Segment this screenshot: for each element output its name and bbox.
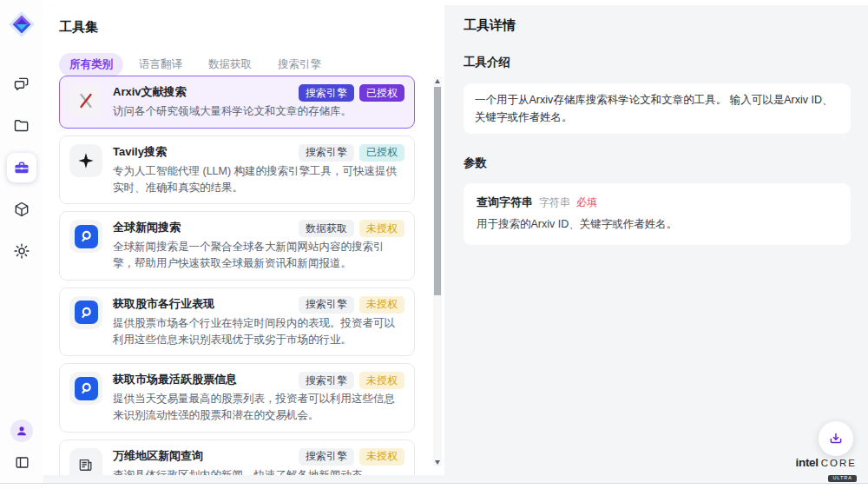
scrollbar-thumb[interactable] <box>434 87 441 295</box>
param-type: 字符串 <box>539 195 570 210</box>
tool-desc: 访问各个研究领域大量科学论文和文章的存储库。 <box>113 103 404 120</box>
tool-desc: 全球新闻搜索是一个聚合全球各大新闻网站内容的搜索引擎，帮助用户快速获取全球最新资… <box>113 239 404 272</box>
tool-desc: 提供当天交易量最高的股票列表，投资者可以利用这些信息来识别流动性强的股票和潜在的… <box>113 391 404 424</box>
tool-name: 获取市场最活跃股票信息 <box>113 372 293 388</box>
tool-desc: 专为人工智能代理 (LLM) 构建的搜索引擎工具，可快速提供实时、准确和真实的结… <box>113 163 404 196</box>
download-icon <box>828 431 844 446</box>
tab-data-fetch[interactable]: 数据获取 <box>198 53 262 76</box>
category-badge: 搜索引擎 <box>299 84 354 102</box>
app-container: 工具集 所有类别 语言翻译 数据获取 搜索引擎 Arxiv文献搜索 <box>43 5 868 483</box>
app-logo[interactable] <box>8 10 36 38</box>
intel-brand-text: intel <box>796 457 819 469</box>
intel-core-logo: intel CORE ULTRA <box>796 457 858 483</box>
news-search-icon <box>69 296 102 329</box>
newspaper-icon <box>69 448 102 475</box>
scroll-up-icon[interactable] <box>433 76 442 85</box>
tool-name: Arxiv文献搜索 <box>113 84 293 101</box>
arxiv-icon <box>69 84 102 117</box>
category-badge: 搜索引擎 <box>299 372 354 389</box>
tool-name: Tavily搜索 <box>113 144 293 161</box>
detail-title: 工具详情 <box>464 17 851 34</box>
category-badge: 搜索引擎 <box>299 448 354 466</box>
folder-icon[interactable] <box>7 111 36 141</box>
toolbox-icon[interactable] <box>7 153 36 182</box>
auth-badge: 未授权 <box>359 372 404 389</box>
auth-badge: 已授权 <box>359 144 404 162</box>
tool-desc: 提供股票市场各个行业在特定时间段内的表现。投资者可以利用这些信息来识别表现优于或… <box>113 315 404 348</box>
tool-card-regional-news[interactable]: 万维地区新闻查询 搜索引擎 未授权 查询具体行政区划内的新闻，快速了解各地新闻动… <box>59 439 415 475</box>
auth-badge: 已授权 <box>359 84 404 102</box>
tab-translation[interactable]: 语言翻译 <box>128 53 193 76</box>
tool-name: 万维地区新闻查询 <box>113 448 293 465</box>
category-tabs: 所有类别 语言翻译 数据获取 搜索引擎 <box>59 53 332 76</box>
tab-search-engine[interactable]: 搜索引擎 <box>267 53 332 76</box>
panel-toggle-icon[interactable] <box>7 451 36 473</box>
tools-list-panel: 工具集 所有类别 语言翻译 数据获取 搜索引擎 Arxiv文献搜索 <box>43 5 444 475</box>
tool-name: 全球新闻搜索 <box>113 220 293 236</box>
chat-icon[interactable] <box>7 69 36 99</box>
param-card: 查询字符串 字符串 必填 用于搜索的Arxiv ID、关键字或作者姓名。 <box>464 183 851 245</box>
category-badge: 数据获取 <box>299 220 354 237</box>
ultra-badge: ULTRA <box>828 475 857 483</box>
tool-detail-panel: 工具详情 工具介绍 一个用于从Arxiv存储库搜索科学论文和文章的工具。 输入可… <box>444 5 868 483</box>
list-scrollbar[interactable] <box>433 76 442 466</box>
tool-card-global-news[interactable]: 全球新闻搜索 数据获取 未授权 全球新闻搜索是一个聚合全球各大新闻网站内容的搜索… <box>59 211 415 281</box>
tool-card-active-stocks[interactable]: 获取市场最活跃股票信息 搜索引擎 未授权 提供当天交易量最高的股票列表，投资者可… <box>59 363 415 433</box>
tool-card-tavily[interactable]: Tavily搜索 搜索引擎 已授权 专为人工智能代理 (LLM) 构建的搜索引擎… <box>59 135 415 205</box>
core-brand-text: CORE <box>821 459 857 469</box>
category-badge: 搜索引擎 <box>299 296 354 314</box>
param-required-badge: 必填 <box>576 195 597 210</box>
tool-card-arxiv[interactable]: Arxiv文献搜索 搜索引擎 已授权 访问各个研究领域大量科学论文和文章的存储库… <box>59 76 415 129</box>
tool-desc: 查询具体行政区划内的新闻，快速了解各地新闻动态。 <box>113 467 404 475</box>
sparkle-icon <box>69 144 102 177</box>
auth-badge: 未授权 <box>359 448 404 466</box>
left-rail <box>0 0 43 489</box>
param-desc: 用于搜索的Arxiv ID、关键字或作者姓名。 <box>477 217 838 232</box>
news-search-icon <box>69 220 102 253</box>
params-heading: 参数 <box>464 155 851 171</box>
tool-name: 获取股市各行业表现 <box>113 296 293 313</box>
window-bottom-border <box>0 483 868 484</box>
scroll-down-icon[interactable] <box>433 458 442 466</box>
category-badge: 搜索引擎 <box>299 144 354 162</box>
tool-cards: Arxiv文献搜索 搜索引擎 已授权 访问各个研究领域大量科学论文和文章的存储库… <box>59 76 415 475</box>
auth-badge: 未授权 <box>359 296 404 314</box>
page-title: 工具集 <box>59 19 98 36</box>
download-button[interactable] <box>819 421 853 456</box>
user-avatar[interactable] <box>10 420 33 442</box>
param-name: 查询字符串 <box>477 195 533 210</box>
news-search-icon <box>69 372 102 405</box>
auth-badge: 未授权 <box>359 220 404 237</box>
intro-heading: 工具介绍 <box>464 55 851 70</box>
tool-card-sector-performance[interactable]: 获取股市各行业表现 搜索引擎 未授权 提供股票市场各个行业在特定时间段内的表现。… <box>59 287 415 357</box>
settings-icon[interactable] <box>7 236 36 266</box>
intro-card: 一个用于从Arxiv存储库搜索科学论文和文章的工具。 输入可以是Arxiv ID… <box>464 83 851 134</box>
tab-all-categories[interactable]: 所有类别 <box>59 53 123 76</box>
package-icon[interactable] <box>7 195 36 224</box>
